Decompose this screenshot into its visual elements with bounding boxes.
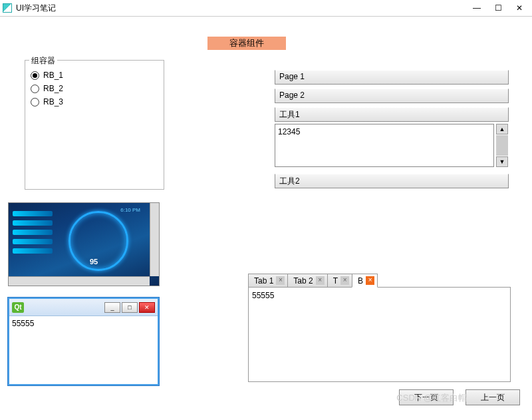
window-controls: — ☐ ✕ [472,3,524,13]
tab-label: Tab 2 [293,276,313,286]
prev-page-button[interactable]: 上一页 [466,389,520,405]
radio-rb3[interactable] [31,98,39,106]
tool-text-content: 12345 [278,127,300,136]
tool-header-1[interactable]: 工具1 [275,107,509,122]
tab-label: Tab 1 [254,276,273,286]
tab-bar: Tab 1 × Tab 2 × T × B × [248,274,377,288]
tool-text-area[interactable]: 12345 [275,124,494,167]
scroll-up-icon[interactable]: ▲ [496,124,508,134]
mdi-hscroll[interactable] [9,276,150,286]
app-icon [3,3,12,13]
qt-subwindow[interactable]: Qt _ □ ✕ 55555 [8,298,159,385]
next-page-button[interactable]: 下一页 [399,389,454,405]
qt-close-button[interactable]: ✕ [139,302,155,313]
qt-body: 55555 [9,316,158,331]
qt-titlebar[interactable]: Qt _ □ ✕ [9,299,158,316]
tab-label: B [358,276,363,286]
toolbox-stack: Page 1 Page 2 工具1 [275,70,509,126]
groupbox-title: 组容器 [29,55,57,67]
qt-logo-icon: Qt [12,302,24,313]
tab-2[interactable]: Tab 2 × [287,274,327,288]
qt-content-text: 55555 [12,319,34,328]
header-banner: 容器组件 [207,37,286,50]
mdi-area[interactable]: 95 6:10 PM [8,202,160,286]
tab-close-icon[interactable]: × [366,276,374,285]
radio-row-1[interactable]: RB_1 [25,69,164,82]
scroll-thumb[interactable] [496,135,508,156]
tool-scrollbar[interactable]: ▲ ▼ [496,124,508,167]
tab-close-icon[interactable]: × [276,276,285,285]
radio-row-3[interactable]: RB_3 [25,95,164,108]
maximize-button[interactable]: ☐ [493,3,503,13]
page-header-2[interactable]: Page 2 [275,89,509,103]
tab-close-icon[interactable]: × [340,276,349,285]
dashboard-time: 6:10 PM [120,207,140,213]
mdi-vscroll[interactable] [150,203,159,276]
group-container: 组容器 RB_1 RB_2 RB_3 [25,60,164,190]
tab-1[interactable]: Tab 1 × [248,274,288,288]
scroll-down-icon[interactable]: ▼ [496,156,508,167]
tab-content-text: 55555 [252,291,274,300]
radio-rb2[interactable] [31,85,39,93]
qt-maximize-button[interactable]: □ [122,302,138,313]
page-header-1[interactable]: Page 1 [275,70,509,85]
tab-label: T [333,276,338,286]
radio-label: RB_3 [43,97,63,106]
bottom-button-row: 下一页 上一页 [399,389,520,405]
tab-4[interactable]: B × [352,274,378,288]
qt-minimize-button[interactable]: _ [104,302,120,313]
radio-label: RB_2 [43,84,63,93]
tab-3[interactable]: T × [327,274,352,288]
window-title: UI学习笔记 [16,3,472,14]
radio-row-2[interactable]: RB_2 [25,82,164,95]
gauge-value: 95 [90,258,98,266]
tab-close-icon[interactable]: × [316,276,325,285]
minimize-button[interactable]: — [472,3,481,13]
window-titlebar: UI学习笔记 — ☐ ✕ [0,0,532,17]
radio-rb1[interactable] [31,71,39,80]
gauge-icon [68,211,128,271]
close-button[interactable]: ✕ [515,3,524,13]
dashboard-bars [13,211,53,254]
tool-header-2[interactable]: 工具2 [275,174,509,188]
tab-content-area[interactable]: 55555 [248,287,511,382]
radio-label: RB_1 [43,71,63,80]
